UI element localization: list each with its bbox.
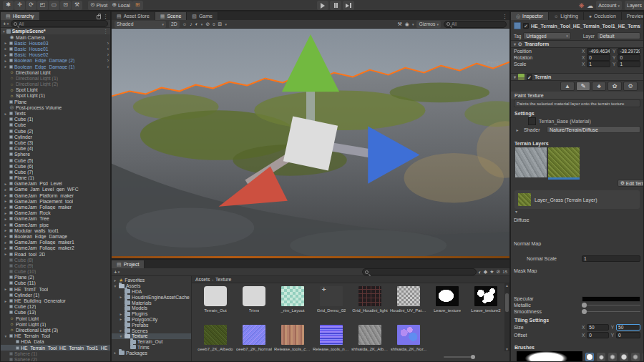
hierarchy-item[interactable]: ▸Boolean_Edge_Damage (2)› [1, 58, 110, 64]
brush-option[interactable] [631, 353, 640, 361]
hand-tool-button[interactable]: ✱ [3, 1, 14, 10]
layer-dropdown[interactable]: Default [597, 32, 640, 39]
persp-label[interactable]: < Persp [483, 60, 499, 65]
expander-icon[interactable]: ▸ [4, 205, 8, 210]
hierarchy-item[interactable]: Cube (4) [1, 146, 110, 152]
hierarchy-item[interactable]: Cube (6) [1, 163, 110, 169]
active-terrain-tool[interactable]: Paint Texture [511, 92, 643, 99]
tab-preview[interactable]: Preview [622, 12, 644, 20]
hierarchy-item[interactable]: ▸Boolean_Edge_Damage (1)› [1, 64, 110, 69]
hierarchy-item[interactable]: Cube (5) [1, 157, 110, 163]
hierarchy-item[interactable]: ▸GameJam_Foliage_maker1 [1, 240, 110, 245]
hierarchy-item[interactable]: ▸Boolean_Edge_Damage [1, 233, 110, 239]
hierarchy-item[interactable]: ▾HE_Terrain_Tool [1, 333, 110, 339]
chevron-right-icon[interactable]: › [107, 52, 109, 57]
hierarchy-item[interactable]: ▸HE_Building_Generator [1, 298, 110, 303]
asset-item[interactable]: Release_tools_no... [312, 325, 351, 358]
hierarchy-item[interactable]: ▸Game_Jam_Level_gen_WFC [1, 187, 110, 192]
scene-lighting-icon[interactable]: ☼ [182, 21, 187, 26]
hierarchy-item[interactable]: Cube (8) [1, 257, 110, 263]
account-dropdown[interactable]: Account ▾ [596, 1, 622, 10]
scene-foldout-row[interactable]: ▾ SampleScene* ⋮ [1, 28, 110, 34]
chevron-right-icon[interactable]: › [107, 41, 109, 46]
hierarchy-item[interactable]: ▸GameJam_Psd_Level [1, 181, 110, 187]
asset-item[interactable]: Trims [235, 286, 273, 319]
hierarchy-item[interactable]: ▸GameJam_Placement_tool [1, 198, 110, 204]
local-toggle[interactable]: ⊕ Local [109, 1, 132, 10]
project-tree-item[interactable]: Prefabs [112, 322, 191, 328]
project-tree-item[interactable]: Trims [112, 345, 191, 351]
hierarchy-item[interactable]: Plane (2) [1, 275, 110, 280]
terrain-enabled-checkbox[interactable]: ✓ [527, 74, 532, 80]
hierarchy-item[interactable]: Cube (12) [1, 304, 110, 310]
expander-icon[interactable]: ▸ [113, 351, 117, 355]
lock-icon[interactable] [97, 15, 101, 19]
scene-fx-icon[interactable]: ◐ [195, 21, 198, 26]
asset-item[interactable]: shfsaida_2K_Nor... [389, 325, 428, 358]
expander-icon[interactable]: ▸ [4, 187, 8, 192]
scene-options-icon[interactable]: ⋮ [103, 29, 108, 34]
hierarchy-item[interactable]: ▸Texts [1, 110, 110, 116]
brush-option[interactable] [585, 353, 594, 361]
layer-foldout-icon[interactable]: ▾ [511, 209, 643, 214]
orientation-gizmo[interactable] [112, 29, 509, 258]
expander-icon[interactable]: ▸ [4, 41, 8, 45]
filter-type-icon[interactable]: ◐ [479, 270, 482, 275]
hierarchy-item[interactable]: Cube (10) [1, 269, 110, 275]
expander-icon[interactable]: ▸ [4, 287, 8, 291]
hierarchy-search-input[interactable] [19, 21, 105, 26]
asset-item[interactable]: Release_tools_col... [273, 325, 312, 358]
hierarchy-item[interactable]: ▸GameJam_Foliage_maker [1, 204, 110, 210]
asset-item[interactable]: _rim_Layout [273, 286, 312, 319]
layers-dropdown[interactable]: Layers [625, 1, 644, 10]
rotation-x-field[interactable]: 0 [587, 54, 610, 61]
hierarchy-item[interactable]: ▸GameJam_Platform_maker [1, 192, 110, 198]
brush-option[interactable] [620, 353, 628, 361]
scrollbar-thumb[interactable] [505, 293, 509, 312]
expander-icon[interactable]: ▸ [4, 222, 8, 227]
object-name[interactable]: HE_Terrain_Tool_HE_Terrain_Tool1_HE_Terr… [531, 24, 640, 29]
hierarchy-item[interactable]: HE_Terrain_Tool_HE_Terrain_Tool1_HE_Terr… [1, 345, 110, 351]
hierarchy-item[interactable]: ☼Point Light (1) [1, 321, 110, 327]
hierarchy-item[interactable]: ▸Basic_House01› [1, 46, 110, 52]
active-checkbox[interactable]: ✓ [523, 23, 529, 29]
hierarchy-item[interactable]: ▸GameJam_Foliage_maker2 [1, 245, 110, 251]
asset-item[interactable]: Grid_Demo_02 [312, 286, 351, 319]
pause-button[interactable] [330, 1, 341, 10]
asset-item[interactable]: Grid_Houdini_light [351, 286, 389, 319]
hierarchy-item[interactable]: ◉Main Camera [1, 34, 110, 40]
hierarchy-item[interactable]: ☼Spot Light [1, 87, 110, 93]
menu-icon[interactable]: ⋮ [103, 14, 108, 19]
expander-icon[interactable]: ▸ [4, 112, 8, 116]
thumbnail-size-slider[interactable] [444, 356, 475, 358]
expander-icon[interactable]: ▸ [4, 234, 8, 238]
hierarchy-item[interactable]: Cube (1) [1, 117, 110, 122]
transform-section-header[interactable]: ▾ ⊙ Transform [511, 40, 643, 48]
expander-icon[interactable]: ▸ [4, 64, 8, 69]
shader-dropdown[interactable]: Nature/Terrain/Diffuse [547, 126, 640, 133]
fx-dropdown-icon[interactable]: ▾ [201, 22, 203, 26]
play-button[interactable] [317, 1, 328, 10]
expander-icon[interactable]: ▸ [4, 252, 8, 256]
hierarchy-item[interactable]: ☼Directional Light [1, 69, 110, 75]
hierarchy-item[interactable]: ▸HE_TrimT_Tool [1, 286, 110, 292]
hierarchy-tab[interactable]: ▤ Hierarchy [1, 12, 40, 20]
custom-tool-button[interactable]: ⚒ [72, 1, 82, 10]
terrain-layer-rock[interactable] [515, 147, 547, 177]
asset-item[interactable]: Leave_texture [428, 286, 467, 319]
expander-icon[interactable]: ▸ [4, 240, 8, 245]
project-tree-item[interactable]: Terrain_Out [112, 339, 191, 345]
tab-scene[interactable]: ▦ Scene [155, 12, 187, 20]
add-object-dropdown[interactable]: +▾ [3, 21, 9, 27]
project-tree-item[interactable]: Materials [112, 300, 191, 305]
hierarchy-item[interactable]: Cube (7) [1, 169, 110, 175]
hierarchy-item[interactable]: Sphere (1) [1, 351, 110, 356]
hierarchy-item[interactable]: Cylinder (1) [1, 292, 110, 298]
grid-snap-button[interactable]: ⊞ [132, 1, 143, 10]
hierarchy-item[interactable]: ☼Directional Light (2) [1, 82, 110, 87]
offset-y-field[interactable]: 0 [616, 332, 640, 338]
project-tree-item[interactable]: Models [112, 305, 191, 311]
tab-menu-icon[interactable]: ⋮ [502, 14, 507, 19]
hidden-packages-icon[interactable]: ⊘ [496, 269, 500, 275]
asset-grid-scrollbar[interactable]: ▲ ▼ [504, 283, 509, 351]
